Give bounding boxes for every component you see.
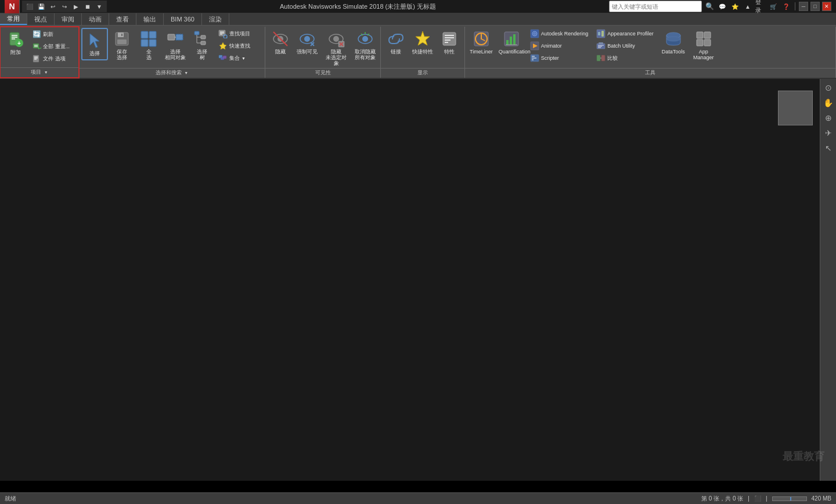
- compare-button[interactable]: 比较: [594, 52, 656, 64]
- select-same-label: 选择相同对象: [165, 49, 186, 61]
- star-btn[interactable]: ⭐: [730, 1, 740, 12]
- timeliner-button[interactable]: TimeLiner: [467, 28, 495, 57]
- title-bar: N ⬛ 💾 ↩ ↪ ▶ ⏹ ▼ Autodesk Navisworks Simu…: [0, 0, 836, 13]
- svg-rect-18: [141, 31, 148, 38]
- svg-rect-21: [149, 39, 156, 46]
- links-button[interactable]: 链接: [383, 28, 409, 57]
- svg-rect-16: [117, 39, 127, 44]
- zoom-bar: [772, 496, 807, 501]
- batch-utility-icon: [596, 41, 606, 51]
- all-reset-label: 全部 重置...: [43, 43, 70, 51]
- svg-line-36: [226, 38, 228, 38]
- svg-point-49: [333, 36, 339, 42]
- quantification-button[interactable]: Quantification: [496, 28, 527, 57]
- info-btn[interactable]: 🛒: [768, 1, 779, 12]
- main-viewport: ⊙ ✋ ⊕ ✈ ↖ 最重教育: [0, 79, 836, 481]
- status-separator1: |: [748, 495, 749, 502]
- maximize-btn[interactable]: □: [810, 2, 820, 11]
- minimize-btn[interactable]: ─: [799, 2, 808, 11]
- svg-rect-83: [601, 31, 604, 37]
- search-input[interactable]: [612, 3, 699, 10]
- hide-button[interactable]: 隐藏: [268, 28, 293, 57]
- viewport-thumbnail: [778, 91, 813, 125]
- save-select-button[interactable]: 保存选择: [109, 28, 135, 63]
- svg-rect-95: [704, 32, 711, 38]
- attach-button[interactable]: + 附加: [3, 28, 28, 57]
- hide-label: 隐藏: [275, 49, 286, 55]
- all-select-button[interactable]: 全选: [136, 28, 161, 63]
- orbit-btn[interactable]: ⊙: [822, 81, 835, 94]
- view-mode-btn[interactable]: ⬛: [754, 495, 761, 502]
- svg-rect-25: [194, 31, 199, 35]
- file-options-button[interactable]: 文件 选项: [30, 53, 76, 64]
- scripter-button[interactable]: Scripter: [528, 52, 591, 64]
- qa-play-btn[interactable]: ▶: [71, 1, 81, 12]
- hide-unselected-icon: [327, 30, 345, 48]
- ribbon-group-select: 选择 保存选择: [79, 27, 265, 78]
- tab-animation[interactable]: 动画: [82, 13, 109, 25]
- find-items-button[interactable]: 查找项目: [216, 28, 262, 39]
- qa-new-btn[interactable]: ⬛: [24, 1, 35, 12]
- select-same-button[interactable]: 选择相同对象: [163, 28, 188, 63]
- datatools-button[interactable]: DataTools: [660, 28, 687, 57]
- svg-rect-10: [33, 55, 39, 62]
- select-rt-btn[interactable]: ↖: [822, 142, 835, 154]
- ribbon-tab-bar: 常用 视点 审阅 动画 查看 输出 BIM 360 渲染: [0, 13, 836, 26]
- qa-redo-btn[interactable]: ↪: [59, 1, 70, 12]
- animator-button[interactable]: Animator: [528, 40, 591, 52]
- select-small-buttons: 查找项目 快速查找: [216, 28, 262, 64]
- app-manager-button[interactable]: App Manager: [689, 28, 719, 63]
- tab-render[interactable]: 渲染: [202, 13, 229, 25]
- login-btn[interactable]: 登录: [755, 1, 766, 12]
- pan-btn[interactable]: ✋: [822, 96, 835, 109]
- all-reset-button[interactable]: ↩ 全部 重置...: [30, 41, 76, 52]
- find-items-label: 查找项目: [229, 30, 250, 38]
- tab-bim360[interactable]: BIM 360: [164, 13, 202, 25]
- datatools-label: DataTools: [662, 49, 685, 55]
- qa-undo-btn[interactable]: ↩: [48, 1, 58, 12]
- props-button[interactable]: 特性: [437, 28, 462, 57]
- combine-button[interactable]: 集合 ▼: [216, 52, 262, 64]
- app-icon[interactable]: N: [5, 0, 20, 14]
- quick-find-button[interactable]: 快速查找: [216, 40, 262, 52]
- quick-props-button[interactable]: 快捷特性: [410, 28, 435, 57]
- autodesk-rendering-button[interactable]: Autodesk Rendering: [528, 28, 591, 39]
- svg-text:+: +: [17, 40, 21, 46]
- tab-output[interactable]: 输出: [136, 13, 164, 25]
- search-bar[interactable]: [609, 1, 702, 12]
- select-group-label[interactable]: 选择和搜索 ▼: [79, 68, 265, 77]
- qa-dropdown-btn[interactable]: ▼: [94, 1, 105, 12]
- quantification-icon: [502, 30, 521, 48]
- qa-save-btn[interactable]: 💾: [36, 1, 46, 12]
- tab-view[interactable]: 查看: [109, 13, 136, 25]
- batch-utility-button[interactable]: Batch Utility: [594, 40, 656, 52]
- save-select-icon: [113, 30, 131, 48]
- svg-rect-84: [597, 44, 605, 49]
- project-group-label[interactable]: 项目 ▼: [1, 67, 78, 77]
- appearance-profiler-button[interactable]: Appearance Profiler: [594, 28, 656, 39]
- feedback-btn[interactable]: 💬: [717, 1, 727, 12]
- select-button[interactable]: 选择: [83, 30, 106, 59]
- all-select-icon: [139, 30, 158, 48]
- timeliner-icon: [472, 30, 491, 48]
- svg-rect-82: [598, 32, 600, 35]
- tab-viewport[interactable]: 视点: [27, 13, 55, 25]
- hide-unselected-button[interactable]: 隐藏未选定对象: [321, 28, 351, 69]
- show-all-button[interactable]: 取消隐藏所有对象: [352, 28, 378, 63]
- display-group-label: 显示: [381, 68, 464, 77]
- ribbon-group-visibility: 隐藏 强制可见: [265, 27, 381, 78]
- refresh-button[interactable]: 🔄 刷新: [30, 28, 76, 40]
- tab-review[interactable]: 审阅: [55, 13, 82, 25]
- search-btn[interactable]: 🔍: [704, 1, 715, 12]
- force-visible-button[interactable]: 强制可见: [294, 28, 320, 57]
- qa-stop-btn[interactable]: ⏹: [82, 1, 93, 12]
- svg-point-45: [304, 36, 310, 42]
- close-btn[interactable]: ✕: [822, 2, 831, 11]
- fly-btn[interactable]: ✈: [822, 127, 835, 139]
- help-btn[interactable]: ▲: [743, 1, 753, 12]
- select-tree-button[interactable]: 选择树: [189, 28, 215, 63]
- project-small-buttons: 🔄 刷新 ↩ 全部 重置...: [30, 28, 76, 64]
- help-btn2[interactable]: ❓: [781, 1, 791, 12]
- zoom-btn[interactable]: ⊕: [822, 111, 835, 124]
- tab-normal[interactable]: 常用: [0, 13, 27, 25]
